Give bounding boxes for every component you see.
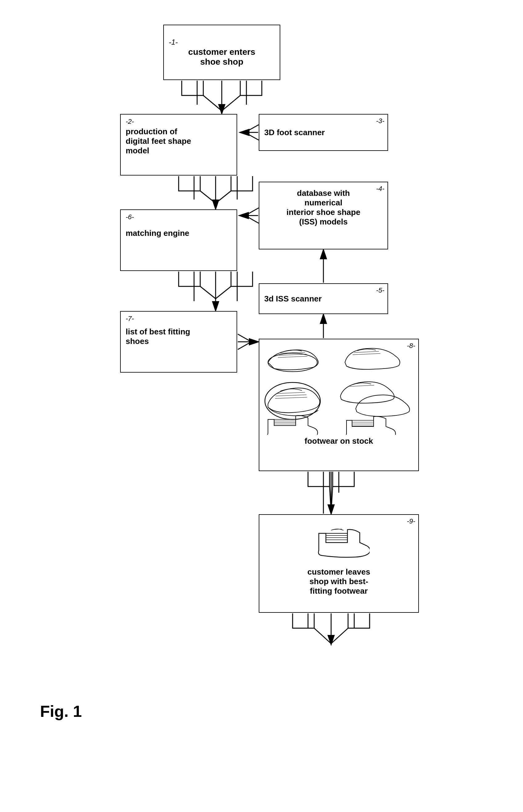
box-1-num: -1- — [169, 38, 178, 47]
diagram-container: -1- customer entersshoe shop -2- product… — [0, 0, 523, 812]
box-6-text: matching engine — [126, 228, 232, 238]
box-7-num: -7- — [126, 315, 134, 323]
svg-line-33 — [349, 385, 374, 386]
box-2-num: -2- — [126, 118, 134, 126]
box-5-text: 3d ISS scanner — [264, 294, 382, 303]
svg-line-25 — [279, 354, 306, 355]
box-5-num: -5- — [376, 287, 384, 294]
box-2: -2- production ofdigital feet shapemodel — [120, 114, 237, 176]
svg-line-32 — [275, 397, 307, 399]
box-3-num: -3- — [376, 117, 384, 125]
boot-illustration — [308, 524, 369, 564]
svg-line-31 — [276, 395, 306, 396]
box-3: 3D foot scanner -3- — [259, 114, 388, 151]
box-7-text: list of best fittingshoes — [126, 327, 232, 346]
box-7: -7- list of best fittingshoes — [120, 311, 237, 373]
svg-line-30 — [277, 392, 305, 393]
box-8-text: footwear on stock — [259, 436, 418, 446]
box-9-num: -9- — [407, 517, 415, 525]
box-6: -6- matching engine — [120, 209, 237, 271]
box-9-text: customer leavesshop with best-fitting fo… — [264, 567, 413, 596]
box-5: 3d ISS scanner -5- — [259, 283, 388, 314]
box-4-text: database withnumericalinterior shoe shap… — [264, 188, 382, 227]
svg-line-28 — [353, 353, 380, 355]
svg-line-27 — [354, 351, 379, 353]
box-8-num: -8- — [407, 342, 415, 350]
box-2-text: production ofdigital feet shapemodel — [126, 127, 232, 155]
box-9: -9- customer leavesshop with best-fittin… — [259, 514, 419, 613]
figure-label: Fig. 1 — [40, 702, 82, 714]
shoe-illustrations — [262, 343, 416, 435]
box-1-text: customer entersshoe shop — [169, 47, 275, 67]
box-6-num: -6- — [126, 213, 134, 221]
box-4-num: -4- — [376, 185, 384, 193]
box-3-text: 3D foot scanner — [264, 128, 382, 137]
box-4: -4- database withnumericalinterior shoe … — [259, 182, 388, 250]
box-8: -8- — [259, 339, 419, 471]
svg-line-26 — [278, 356, 307, 357]
box-1: -1- customer entersshoe shop — [163, 25, 280, 80]
